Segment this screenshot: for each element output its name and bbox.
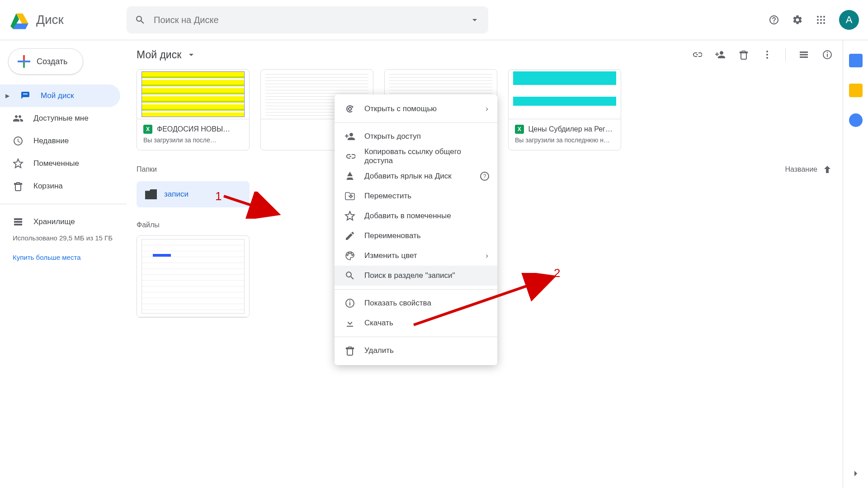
main-area: Мой диск XФЕОДОСИЯ НОВЫ… Вы загрузили за… (127, 40, 843, 488)
trash-outline-icon (344, 345, 355, 356)
drive-shortcut-icon (344, 171, 355, 182)
svg-point-6 (817, 22, 819, 24)
side-panel-chevron-icon[interactable] (850, 468, 861, 479)
ctx-item-label: Открыть доступ (364, 132, 421, 141)
help-badge-icon[interactable]: ? (480, 172, 489, 181)
tasks-addon-icon[interactable] (849, 113, 863, 127)
delete-icon[interactable] (738, 49, 749, 60)
open-with-icon (344, 103, 355, 114)
sort-toggle[interactable]: Название (785, 164, 833, 175)
sidebar-item-label: Мой диск (41, 91, 74, 100)
sidebar-item-label: Доступные мне (33, 114, 89, 123)
app-name: Диск (36, 13, 64, 27)
more-vert-icon[interactable] (762, 49, 773, 60)
recent-icon (13, 136, 24, 146)
storage-icon (13, 216, 24, 227)
location-dropdown[interactable]: Мой диск (137, 49, 197, 61)
ctx-item-label: Добавить в помеченные (364, 211, 451, 221)
ctx-search-in-folder[interactable]: Поиск в разделе "записи" (335, 266, 497, 286)
ctx-download[interactable]: Скачать (335, 313, 497, 333)
sidebar-item-trash[interactable]: Корзина (0, 175, 120, 197)
svg-rect-23 (349, 300, 350, 301)
chevron-right-icon: › (486, 251, 488, 260)
svg-point-7 (820, 22, 822, 24)
calendar-addon-icon[interactable] (849, 54, 863, 67)
search-icon (135, 14, 146, 25)
buy-storage-link[interactable]: Купить больше места (13, 253, 114, 263)
folder-item-selected[interactable]: записи (137, 181, 250, 207)
search-input[interactable] (154, 15, 461, 25)
ctx-change-color[interactable]: Изменить цвет › (335, 246, 497, 266)
svg-rect-9 (14, 218, 22, 220)
share-person-icon[interactable] (715, 49, 726, 60)
svg-rect-15 (800, 52, 808, 53)
ctx-open-with[interactable]: Открыть с помощью › (335, 99, 497, 119)
ctx-copy-link[interactable]: Копировать ссылку общего доступа (335, 146, 497, 166)
rename-pencil-icon (344, 230, 355, 241)
svg-rect-10 (14, 221, 22, 223)
ctx-delete[interactable]: Удалить (335, 341, 497, 361)
sidebar: Создать ▶ Мой диск Доступные мне Недавни… (0, 40, 127, 488)
sidebar-item-storage[interactable]: Хранилище (0, 211, 120, 233)
ctx-share[interactable]: Открыть доступ (335, 127, 497, 146)
create-button[interactable]: Создать (8, 48, 83, 75)
file-card[interactable]: XФЕОДОСИЯ НОВЫ… Вы загрузили за после… (137, 69, 250, 150)
svg-rect-17 (800, 56, 808, 58)
file-card-subtitle: Вы загрузили за после… (137, 136, 249, 150)
chevron-down-icon (186, 49, 197, 60)
ctx-item-label: Добавить ярлык на Диск (364, 172, 452, 181)
sidebar-item-shared[interactable]: Доступные мне (0, 107, 120, 130)
location-title: Мой диск (137, 49, 181, 61)
ctx-item-label: Открыть с помощью (364, 104, 437, 113)
file-card[interactable]: XЦены Субдилер на Реги… Вы загрузили за … (508, 69, 621, 150)
ctx-item-label: Копировать ссылку общего доступа (364, 147, 487, 165)
sidebar-item-my-drive[interactable]: ▶ Мой диск (0, 84, 120, 107)
sidebar-item-starred[interactable]: Помеченные (0, 152, 120, 175)
sidebar-item-label: Хранилище (33, 217, 75, 226)
list-view-icon[interactable] (798, 49, 809, 60)
settings-gear-icon[interactable] (792, 14, 803, 25)
ctx-item-label: Поиск в разделе "записи" (364, 271, 455, 280)
logo-block[interactable]: Диск (9, 10, 127, 29)
link-icon (344, 151, 355, 162)
file-card[interactable] (137, 235, 250, 318)
sheets-file-icon: X (143, 125, 152, 134)
ctx-details[interactable]: Показать свойства (335, 293, 497, 313)
ctx-move[interactable]: Переместить (335, 186, 497, 206)
get-link-icon[interactable] (691, 49, 702, 60)
annotation-number-2: 2 (554, 266, 560, 280)
sidebar-item-label: Недавние (33, 136, 69, 145)
sidebar-item-label: Корзина (33, 182, 63, 191)
sidebar-item-recent[interactable]: Недавние (0, 130, 120, 152)
arrow-up-icon (822, 164, 833, 175)
svg-point-8 (823, 22, 825, 24)
svg-point-4 (820, 19, 822, 21)
section-title: Файлы (137, 221, 160, 229)
account-avatar[interactable]: А (839, 10, 859, 30)
search-icon (344, 270, 355, 281)
star-icon (13, 158, 24, 169)
ctx-star[interactable]: Добавить в помеченные (335, 206, 497, 226)
expand-caret-icon[interactable]: ▶ (5, 93, 10, 99)
context-menu: Открыть с помощью › Открыть доступ Копир… (335, 94, 497, 365)
info-outline-icon (344, 298, 355, 309)
plus-icon (18, 55, 30, 68)
svg-point-14 (766, 57, 768, 59)
search-bar[interactable] (127, 6, 488, 33)
chevron-right-icon: › (486, 104, 488, 113)
apps-grid-icon[interactable] (816, 14, 826, 25)
sheets-file-icon: X (515, 125, 524, 134)
ctx-item-label: Удалить (364, 346, 394, 355)
svg-rect-11 (14, 224, 22, 225)
folder-icon (145, 189, 157, 199)
move-folder-icon (344, 191, 355, 202)
location-bar: Мой диск (127, 40, 843, 69)
svg-point-2 (823, 16, 825, 18)
info-icon[interactable] (822, 49, 833, 60)
keep-addon-icon[interactable] (849, 84, 863, 97)
trash-icon (13, 181, 24, 192)
ctx-rename[interactable]: Переименовать (335, 226, 497, 246)
ctx-add-shortcut[interactable]: Добавить ярлык на Диск ? (335, 166, 497, 186)
search-options-dropdown-icon[interactable] (469, 14, 480, 25)
help-icon[interactable] (769, 14, 779, 25)
